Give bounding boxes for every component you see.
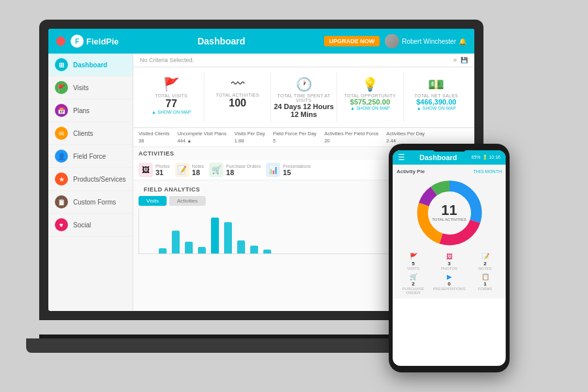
app-header: F FieldPie Dashboard UPGRADE NOW Robert … [48, 29, 474, 54]
sidebar-item-dashboard[interactable]: ⊞ Dashboard [48, 54, 133, 76]
phone-stat-visits: 🚩 5 VISITS [397, 253, 430, 270]
bar-7 [237, 240, 245, 253]
activity-presentations: 📊 Presentations 15 [266, 163, 311, 177]
phone-notes-value: 2 [468, 261, 502, 267]
phone-presentations-value: 0 [433, 281, 466, 287]
forms-icon: 📋 [55, 195, 68, 208]
plans-icon: 📅 [55, 104, 68, 117]
phone-title: Dashboard [419, 154, 457, 161]
phone-month-label: THIS MONTH [473, 169, 502, 174]
phone-presentations-label: PRESENTATIONS [433, 287, 466, 291]
phone-stat-purchase-order: 🛒 2 PURCHASE ORDER [397, 273, 430, 295]
notification-icon[interactable]: 🔔 [459, 38, 466, 45]
detail-label: Activities Per Field Force [324, 131, 378, 137]
criteria-text: No Criteria Selected. [140, 57, 194, 63]
opportunity-value: $575,250.00 [340, 98, 400, 106]
photos-label: Photos [155, 164, 170, 169]
phone-stat-notes: 📝 2 NOTES [468, 253, 502, 270]
phone-purchase-value: 2 [397, 281, 430, 287]
detail-value: 2.44 [386, 138, 425, 144]
detail-value: 1.88 [235, 138, 265, 144]
fieldforce-icon: 👤 [55, 150, 68, 163]
time-stat-icon: 🕐 [274, 76, 334, 92]
purchase-orders-icon: 🛒 [209, 163, 223, 177]
sidebar-label-visits: Visits [73, 84, 89, 91]
stat-opportunity: 💡 TOTAL OPPORTUNITY $575,250.00 ▲ SHOW O… [337, 73, 403, 122]
sidebar-item-plans[interactable]: 📅 Plans [48, 99, 133, 122]
visits-show[interactable]: ▲ SHOW ON MAP [141, 110, 201, 114]
stat-total-activities: 〰 TOTAL ACTIVITIES 100 [204, 73, 270, 122]
sidebar-label-products: Products/Services [73, 176, 126, 183]
detail-value: 20 [324, 138, 378, 144]
sales-show[interactable]: ▲ SHOW ON MAP [406, 106, 466, 110]
bar-6 [224, 222, 232, 253]
upgrade-button[interactable]: UPGRADE NOW [324, 36, 380, 46]
stat-net-sales: 💵 TOTAL NET SALES $466,390.00 ▲ SHOW ON … [404, 73, 469, 122]
user-info: Robert Winchester 🔔 [385, 34, 466, 48]
sales-stat-icon: 💵 [406, 76, 466, 92]
sidebar-label-fieldforce: Field Force [73, 153, 106, 160]
bar-8 [250, 246, 258, 253]
phone-photos-value: 3 [433, 261, 466, 267]
user-avatar [385, 34, 399, 48]
tab-visits[interactable]: Visits [139, 196, 167, 206]
phone-body: Activity Pie THIS MONTH [393, 165, 506, 299]
close-button[interactable] [56, 37, 65, 46]
bar-1 [159, 248, 167, 253]
sidebar-label-plans: Plans [73, 107, 90, 114]
sidebar-item-social[interactable]: ♥ Social [48, 214, 133, 237]
bar-9 [263, 250, 271, 253]
sidebar-item-visits[interactable]: 🚩 Visits [48, 76, 133, 99]
donut-number: 11 [432, 203, 466, 218]
notes-value: 18 [192, 169, 204, 176]
detail-label: Activities Per Day [386, 131, 425, 137]
products-icon: ★ [55, 172, 68, 186]
phone-photos-icon: 🖼 [433, 253, 466, 260]
sidebar-item-fieldforce[interactable]: 👤 Field Force [48, 145, 133, 168]
detail-label: Visited Clients [139, 131, 169, 137]
bar-3 [185, 242, 193, 253]
opportunity-label: TOTAL OPPORTUNITY [340, 93, 400, 98]
tab-activities[interactable]: Activities [169, 196, 206, 206]
activity-photos: 🖼 Photos 31 [139, 163, 170, 177]
purchase-orders-label: Purchase Orders [226, 164, 261, 169]
opportunity-show[interactable]: ▲ SHOW ON MAP [340, 106, 400, 110]
sidebar-item-clients[interactable]: ✉ Clients [48, 122, 133, 145]
phone-photos-label: PHOTOS [433, 267, 466, 270]
phone-forms-value: 1 [468, 281, 502, 287]
phone-section-header: Activity Pie THIS MONTH [397, 169, 502, 174]
logo-icon: F [71, 35, 84, 48]
detail-label: Uncompete Visit Plans [177, 131, 226, 137]
bar-4 [198, 247, 206, 253]
filter-icon[interactable]: ≡ [453, 57, 457, 63]
phone-purchase-label: PURCHASE ORDER [397, 287, 430, 295]
save-icon[interactable]: 💾 [461, 57, 468, 63]
activity-notes: 📝 Notes 18 [175, 163, 204, 177]
opportunity-stat-icon: 💡 [340, 76, 400, 92]
criteria-bar: No Criteria Selected. ≡ 💾 [133, 54, 474, 67]
donut-chart: 11 TOTAL ACTIVITIES [397, 177, 502, 249]
time-value: 24 Days 12 Hours 12 Mins [274, 103, 334, 118]
phone-notes-icon: 📝 [468, 253, 502, 260]
phone-visits-icon: 🚩 [397, 253, 430, 260]
sidebar-label-forms: Custom Forms [73, 199, 116, 206]
bar-2 [172, 231, 180, 253]
user-name: Robert Winchester [402, 38, 456, 45]
time-label: TOTAL TIME SPENT AT VISITS [274, 93, 334, 103]
sidebar-label-social: Social [73, 221, 91, 229]
clients-icon: ✉ [55, 127, 68, 140]
phone-menu-icon[interactable]: ☰ [398, 153, 405, 162]
phone-header: ☰ Dashboard 65% 🔋 10:16 [393, 150, 506, 165]
donut-center: 11 TOTAL ACTIVITIES [432, 203, 466, 222]
phone-forms-icon: 📋 [468, 273, 502, 280]
sidebar-item-forms[interactable]: 📋 Custom Forms [48, 191, 133, 214]
presentations-value: 15 [283, 169, 311, 176]
phone-notes-label: NOTES [468, 267, 502, 270]
phone-stat-photos: 🖼 3 PHOTOS [433, 253, 466, 270]
sidebar-item-products[interactable]: ★ Products/Services [48, 168, 133, 191]
detail-label: Field Force Per Day [273, 131, 317, 137]
activities-value: 100 [207, 97, 267, 109]
stat-total-visits: 🚩 TOTAL VISITS 77 ▲ SHOW ON MAP [139, 73, 204, 122]
detail-activities-per-day: Activities Per Day 2.44 [386, 131, 425, 144]
phone-section-title: Activity Pie [397, 169, 425, 174]
